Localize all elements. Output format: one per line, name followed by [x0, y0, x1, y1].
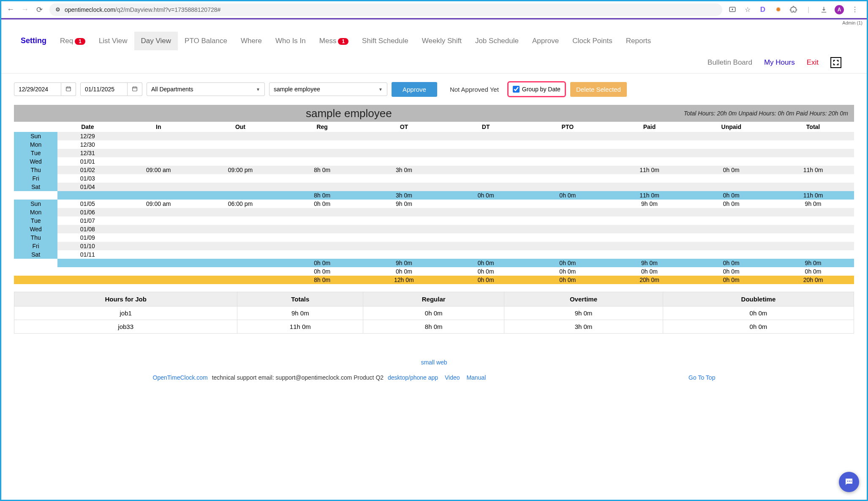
- sum-ot: 0h 0m: [363, 267, 445, 276]
- cell-unpaid: [690, 233, 772, 242]
- bookmark-star-icon[interactable]: ☆: [743, 5, 752, 14]
- cell-pto: [527, 242, 609, 250]
- table-row[interactable]: Sat 01/11: [14, 250, 854, 259]
- th-paid: Paid: [609, 122, 691, 132]
- req-badge: 1: [75, 38, 85, 45]
- table-row[interactable]: Wed 01/01: [14, 157, 854, 166]
- tab-pto-balance[interactable]: PTO Balance: [178, 32, 234, 50]
- table-row[interactable]: Thu 01/09: [14, 233, 854, 242]
- cell-reg: [281, 216, 363, 225]
- cell-ot: [363, 216, 445, 225]
- manual-link[interactable]: Manual: [466, 374, 486, 381]
- tab-mess[interactable]: Mess1: [313, 32, 355, 50]
- tab-list-view[interactable]: List View: [92, 32, 134, 50]
- group-by-date-toggle[interactable]: Group by Date: [507, 81, 566, 97]
- date-from-input[interactable]: [14, 82, 61, 96]
- kebab-menu-icon[interactable]: ⋮: [851, 5, 859, 14]
- cell-total: [772, 208, 854, 216]
- group-by-date-checkbox[interactable]: [513, 86, 520, 93]
- cell-day: Fri: [14, 174, 57, 183]
- back-button[interactable]: ←: [6, 5, 15, 14]
- employee-select[interactable]: sample employee ▼: [269, 82, 387, 96]
- date-to-calendar-button[interactable]: [128, 82, 142, 96]
- table-row[interactable]: Wed 01/08: [14, 225, 854, 233]
- table-row[interactable]: Fri 01/03: [14, 174, 854, 183]
- link-bulletin-board[interactable]: Bulletin Board: [707, 58, 752, 67]
- cell-pto: [527, 216, 609, 225]
- otc-link[interactable]: OpenTimeClock.com: [153, 374, 208, 381]
- address-bar[interactable]: ⚙ opentimeclock.com/q2/mDayview.html?v=1…: [49, 3, 722, 16]
- go-to-top-link[interactable]: Go To Top: [688, 374, 715, 381]
- cell-pto: [527, 183, 609, 191]
- video-link[interactable]: Video: [445, 374, 460, 381]
- job-row: job33 11h 0m 8h 0m 3h 0m 0h 0m: [14, 320, 854, 334]
- tab-approve[interactable]: Approve: [525, 32, 566, 50]
- delete-selected-button[interactable]: Delete Selected: [570, 82, 627, 97]
- tab-shift-schedule[interactable]: Shift Schedule: [355, 32, 415, 50]
- tab-setting[interactable]: Setting: [14, 31, 53, 50]
- table-row[interactable]: Sun 01/05 09:00 am 06:00 pm 0h 0m 9h 0m …: [14, 200, 854, 208]
- small-web-link[interactable]: small web: [421, 359, 447, 366]
- sum-total: 20h 0m: [772, 276, 854, 284]
- cell-date: 01/06: [57, 208, 117, 216]
- cell-date: 01/03: [57, 174, 117, 183]
- link-exit[interactable]: Exit: [807, 58, 819, 67]
- sum-ot: 12h 0m: [363, 276, 445, 284]
- table-row[interactable]: Sat 01/04: [14, 183, 854, 191]
- cell-pto: [527, 157, 609, 166]
- extension-bug-icon[interactable]: ✹: [774, 5, 782, 14]
- downloads-icon[interactable]: [819, 5, 828, 14]
- department-select[interactable]: All Departments ▼: [147, 82, 265, 96]
- date-from-calendar-button[interactable]: [61, 82, 76, 96]
- cell-unpaid: [690, 242, 772, 250]
- page-footer: small web OpenTimeClock.com technical su…: [14, 359, 854, 381]
- approve-button[interactable]: Approve: [392, 82, 437, 97]
- table-row[interactable]: Tue 01/07: [14, 216, 854, 225]
- cell-unpaid: [690, 140, 772, 149]
- forward-button[interactable]: →: [21, 5, 29, 14]
- cell-pto: [527, 140, 609, 149]
- extensions-puzzle-icon[interactable]: [789, 5, 797, 14]
- table-row[interactable]: Fri 01/10: [14, 242, 854, 250]
- sum-pto: 0h 0m: [527, 191, 609, 200]
- chat-widget-button[interactable]: [839, 472, 859, 492]
- sum-unpaid: 0h 0m: [690, 267, 772, 276]
- cell-total: [772, 183, 854, 191]
- extension-d-icon[interactable]: D: [759, 5, 767, 14]
- tab-job-schedule[interactable]: Job Schedule: [468, 32, 525, 50]
- table-row[interactable]: Sun 12/29: [14, 132, 854, 140]
- cell-paid: [609, 250, 691, 259]
- cell-unpaid: [690, 149, 772, 157]
- cell-dt: [445, 174, 527, 183]
- fullscreen-icon[interactable]: [830, 57, 841, 68]
- tab-where[interactable]: Where: [234, 32, 269, 50]
- url-host: opentimeclock.com: [65, 6, 115, 13]
- tab-weekly-shift[interactable]: Weekly Shift: [415, 32, 468, 50]
- install-app-icon[interactable]: [728, 5, 737, 14]
- table-row[interactable]: Mon 01/06: [14, 208, 854, 216]
- table-row[interactable]: Thu 01/02 09:00 am 09:00 pm 8h 0m 3h 0m …: [14, 166, 854, 174]
- cell-in: [117, 174, 199, 183]
- tab-clock-points[interactable]: Clock Points: [566, 32, 619, 50]
- cell-reg: 0h 0m: [281, 200, 363, 208]
- date-to-input[interactable]: [80, 82, 128, 96]
- summary-totals-label: Total Hours: 20h 0m Unpaid Hours: 0h 0m …: [684, 110, 854, 117]
- sum-pto: 0h 0m: [527, 276, 609, 284]
- table-row[interactable]: Tue 12/31: [14, 149, 854, 157]
- cell-reg: [281, 140, 363, 149]
- tab-day-view[interactable]: Day View: [134, 32, 178, 50]
- table-row[interactable]: Mon 12/30: [14, 140, 854, 149]
- cell-ot: [363, 149, 445, 157]
- site-info-icon[interactable]: ⚙: [55, 6, 60, 13]
- cell-reg: [281, 208, 363, 216]
- tab-reports[interactable]: Reports: [619, 32, 658, 50]
- reload-button[interactable]: ⟳: [35, 5, 44, 14]
- cell-in: [117, 216, 199, 225]
- link-my-hours[interactable]: My Hours: [764, 58, 795, 67]
- desktop-app-link[interactable]: desktop/phone app: [388, 374, 438, 381]
- tab-who-is-in[interactable]: Who Is In: [269, 32, 313, 50]
- profile-avatar[interactable]: A: [835, 5, 844, 14]
- cell-out: [199, 250, 281, 259]
- cell-in: [117, 250, 199, 259]
- tab-req[interactable]: Req1: [53, 32, 92, 50]
